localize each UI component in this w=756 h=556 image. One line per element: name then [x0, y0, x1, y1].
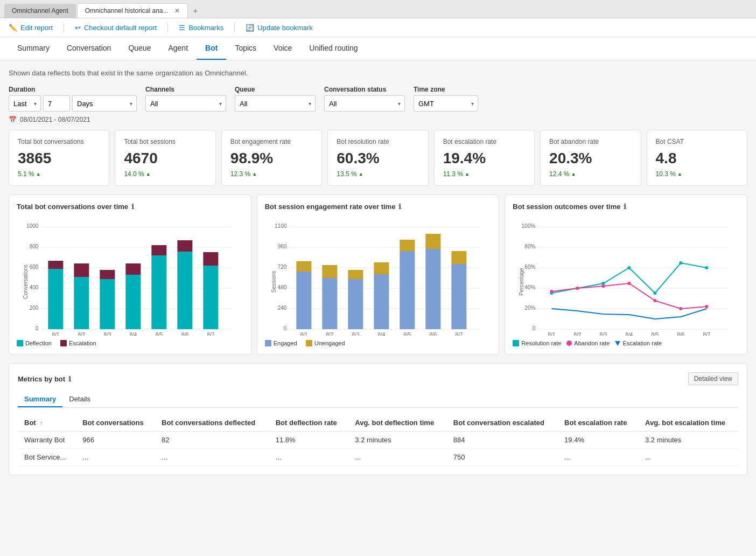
duration-filter-group: Duration Last Days	[9, 86, 137, 112]
kpi-bot-escalation-rate-value: 19.4%	[443, 150, 526, 167]
add-tab-button[interactable]: +	[189, 4, 202, 17]
svg-text:8/7: 8/7	[207, 332, 214, 336]
svg-text:600: 600	[30, 264, 39, 270]
svg-rect-59	[425, 234, 440, 249]
engaged-color	[265, 340, 271, 346]
chart2-title: Bot session engagement rate over time ℹ	[265, 203, 492, 211]
unengaged-color	[306, 340, 312, 346]
col-avg-escalation-time[interactable]: Avg. bot escalation time	[639, 414, 738, 432]
svg-text:20%: 20%	[525, 305, 536, 311]
svg-text:Percentage: Percentage	[519, 268, 525, 296]
svg-rect-15	[74, 277, 89, 329]
nav-tab-unified-routing[interactable]: Unified routing	[300, 37, 366, 60]
kpi-bot-csat-change: 10.3 %	[656, 170, 738, 178]
duration-preset-select[interactable]: Last	[9, 95, 41, 112]
cell-avg-escalation-time: 3.2 minutes	[639, 432, 738, 449]
col-avg-deflection-time[interactable]: Avg. bot deflection time	[348, 414, 447, 432]
svg-rect-20	[125, 263, 141, 275]
svg-text:100%: 100%	[522, 223, 536, 229]
kpi-bot-abandon-rate-title: Bot abandon rate	[549, 138, 632, 145]
kpi-bot-resolution-rate-title: Bot resolution rate	[337, 138, 419, 145]
legend-deflection: Deflection	[17, 340, 52, 346]
chart2-info-icon[interactable]: ℹ	[398, 203, 401, 211]
kpi-bot-engagement-rate-title: Bot engagement rate	[230, 138, 313, 145]
svg-rect-24	[177, 240, 192, 252]
svg-text:800: 800	[30, 244, 39, 249]
svg-text:8/4: 8/4	[626, 332, 633, 336]
sub-tab-details[interactable]: Details	[62, 392, 97, 407]
svg-point-87	[654, 291, 657, 295]
queue-select[interactable]: All	[235, 95, 316, 112]
conv-status-select[interactable]: All	[324, 95, 405, 112]
conv-status-filter-group: Conversation status All	[324, 86, 405, 112]
tab-omnichannel-agent[interactable]: Omnichannel Agent	[4, 4, 76, 18]
nav-tab-agent[interactable]: Agent	[159, 37, 197, 60]
escalation-color	[60, 340, 67, 346]
svg-text:400: 400	[30, 284, 39, 290]
svg-text:1000: 1000	[26, 223, 39, 229]
svg-rect-23	[177, 252, 192, 329]
cell-escalated-2: 750	[447, 449, 558, 466]
cell-avg-deflection-time-2: ...	[348, 449, 447, 466]
nav-tab-queue[interactable]: Queue	[120, 37, 159, 60]
update-bookmark-button[interactable]: 🔄 Update bookmark	[246, 24, 313, 32]
kpi-total-bot-sessions-title: Total bot sessions	[124, 138, 206, 145]
chart1-info-icon[interactable]: ℹ	[131, 203, 134, 211]
kpi-bot-abandon-rate-change: 12.4 %	[549, 170, 632, 178]
cell-conversations-2: ...	[76, 449, 155, 466]
chart3-info-icon[interactable]: ℹ	[624, 203, 626, 211]
chart-bot-session-engagement: Bot session engagement rate over time ℹ …	[257, 194, 500, 355]
metrics-info-icon[interactable]: ℹ	[68, 375, 71, 383]
metrics-title: Metrics by bot ℹ	[18, 375, 71, 383]
svg-point-88	[680, 261, 683, 265]
kpi-bot-csat-title: Bot CSAT	[656, 138, 738, 145]
svg-text:0: 0	[36, 325, 39, 331]
svg-rect-18	[100, 270, 115, 279]
svg-text:8/5: 8/5	[652, 332, 659, 336]
update-icon: 🔄	[246, 24, 254, 32]
col-bot-conversations[interactable]: Bot conversations	[76, 414, 155, 432]
svg-text:8/3: 8/3	[352, 332, 359, 336]
kpi-bot-resolution-rate-value: 60.3%	[337, 150, 419, 167]
col-bot[interactable]: Bot ↑	[18, 414, 76, 432]
info-text: Shown data reflects bots that exist in t…	[9, 69, 747, 77]
duration-value-input[interactable]	[43, 95, 70, 112]
svg-text:Sessions: Sessions	[271, 271, 277, 293]
svg-text:Conversations: Conversations	[23, 265, 29, 299]
chart3-legend: Resolution rate Abandon rate Escalation …	[513, 340, 739, 346]
svg-point-92	[602, 284, 605, 288]
svg-rect-50	[322, 278, 337, 329]
toolbar-separator-1	[64, 23, 64, 32]
col-bot-deflection-rate[interactable]: Bot deflection rate	[269, 414, 349, 432]
tab-omnichannel-historical[interactable]: Omnichannel historical ana... ✕	[77, 3, 188, 18]
charts-row: Total bot conversations over time ℹ 1000…	[9, 194, 747, 355]
edit-report-button[interactable]: ✏️ Edit report	[9, 24, 53, 32]
nav-tab-topics[interactable]: Topics	[226, 37, 265, 60]
kpi-total-bot-conversations-title: Total bot conversations	[18, 138, 100, 145]
conv-status-label: Conversation status	[324, 86, 405, 93]
svg-text:0: 0	[533, 325, 536, 331]
kpi-total-bot-conversations-value: 3865	[18, 150, 100, 167]
kpi-bot-escalation-rate-change: 11.3 %	[443, 170, 526, 178]
nav-tab-summary[interactable]: Summary	[9, 37, 58, 60]
table-row: Warranty Bot 966 82 11.8% 3.2 minutes 88…	[18, 432, 738, 449]
nav-tab-bot[interactable]: Bot	[197, 37, 226, 60]
duration-unit-select[interactable]: Days	[72, 95, 137, 112]
bookmarks-button[interactable]: ☰ Bookmarks	[179, 24, 223, 32]
channels-select[interactable]: All	[145, 95, 226, 112]
col-bot-conversations-deflected[interactable]: Bot conversations deflected	[155, 414, 269, 432]
close-tab-icon[interactable]: ✕	[174, 7, 180, 15]
legend-unengaged: Unengaged	[306, 340, 345, 346]
detailed-view-button[interactable]: Detailed view	[688, 372, 738, 385]
nav-tab-conversation[interactable]: Conversation	[58, 37, 120, 60]
checkout-default-button[interactable]: ↩ Checkout default report	[75, 24, 157, 32]
sub-tab-summary[interactable]: Summary	[18, 392, 62, 407]
nav-tab-voice[interactable]: Voice	[265, 37, 300, 60]
col-bot-conversation-escalated[interactable]: Bot conversation escalated	[447, 414, 558, 432]
cell-avg-deflection-time: 3.2 minutes	[348, 432, 447, 449]
table-row: Bot Service... ... ... ... ... 750 ... .…	[18, 449, 738, 466]
timezone-select[interactable]: GMT	[414, 95, 478, 112]
timezone-label: Time zone	[414, 86, 478, 93]
col-bot-escalation-rate[interactable]: Bot escalation rate	[558, 414, 639, 432]
svg-text:8/6: 8/6	[429, 332, 437, 336]
